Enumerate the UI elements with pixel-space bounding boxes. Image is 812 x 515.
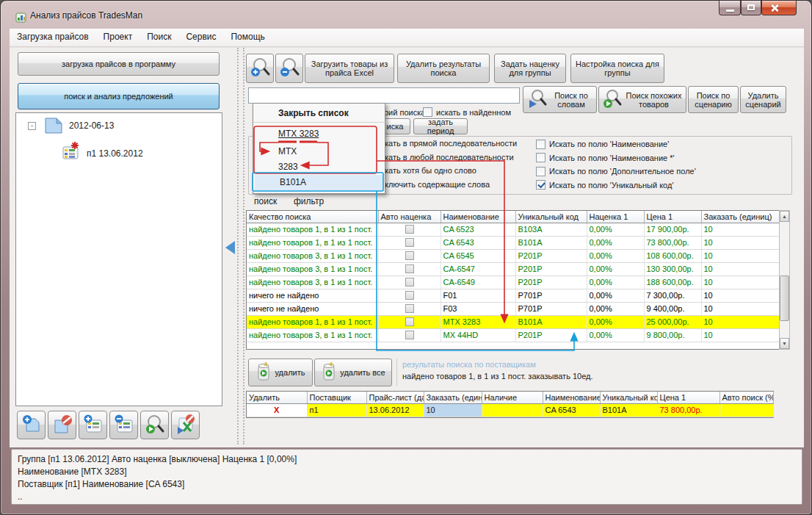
supplier-column-header[interactable]: Цена 1: [657, 392, 719, 403]
auto-markup-checkbox[interactable]: [405, 291, 414, 300]
result-row[interactable]: найдено товаров 1, в 1 из 1 пост. CA 652…: [247, 223, 779, 236]
result-row[interactable]: найдено товаров 3, в 1 из 1 пост. MX 44H…: [247, 328, 779, 342]
zoom-out-button[interactable]: [275, 54, 303, 83]
search-input[interactable]: [248, 87, 520, 104]
auto-markup-checkbox[interactable]: [405, 278, 414, 287]
supplier-column-header[interactable]: Авто поиск (%: [719, 392, 773, 403]
auto-markup-checkbox[interactable]: [405, 317, 414, 326]
search-scenario-button[interactable]: Поиск по сценарию: [688, 86, 739, 113]
load-excel-button[interactable]: Загрузить товары из прайса Excel: [305, 54, 394, 83]
collapse-panel-arrow-icon[interactable]: [225, 241, 235, 254]
tree-group-label[interactable]: 2012-06-13: [69, 120, 114, 131]
panel-splitter[interactable]: [237, 48, 244, 444]
supplier-results-summary: найдено товаров 1, в 1 из 1 пост. заказы…: [402, 372, 593, 381]
maximize-button[interactable]: [741, 1, 761, 15]
column-header[interactable]: Уникальный код: [515, 211, 587, 223]
search-field-option[interactable]: Искать по полю 'Уникальный код': [536, 180, 786, 190]
result-row[interactable]: найдено товаров 1, в 1 из 1 пост. MTX 32…: [247, 315, 779, 328]
supplier-row[interactable]: X п1 13.06.2012 10 CA 6543 B101A 73 800,…: [247, 403, 773, 417]
search-mode-option-label[interactable]: ключить содержащие слова: [385, 180, 546, 189]
scroll-thumb[interactable]: [780, 275, 789, 321]
history-item[interactable]: MTX 3283: [278, 129, 319, 139]
add-pricelist-button[interactable]: [79, 411, 107, 439]
field-checkbox[interactable]: [536, 167, 545, 176]
close-button[interactable]: [761, 1, 797, 15]
magnifier-play-icon: [144, 414, 166, 437]
auto-markup-checkbox[interactable]: [405, 304, 414, 313]
add-group-button[interactable]: [17, 411, 46, 439]
column-header[interactable]: Заказать (единиц): [701, 211, 779, 223]
field-checkbox[interactable]: [536, 140, 545, 149]
auto-markup-checkbox[interactable]: [405, 331, 414, 339]
result-row[interactable]: найдено товаров 3, в 1 из 1 пост. CA-654…: [247, 275, 779, 289]
column-header[interactable]: Наценка 1: [587, 211, 644, 223]
supplier-column-header[interactable]: Поставщик: [307, 392, 366, 403]
minimize-button[interactable]: [719, 1, 741, 15]
delete-result-button[interactable]: удалить: [248, 359, 313, 386]
search-mode-option-label[interactable]: кать в любой последовательности: [385, 153, 546, 162]
result-row[interactable]: ничего не найдено F01 P701P 0,00% 7 300,…: [247, 289, 779, 302]
supplier-column-header[interactable]: Прайс-лист (да: [366, 392, 424, 403]
search-mode-option-label[interactable]: кать в прямой последовательности: [385, 139, 546, 148]
supplier-column-header[interactable]: Наименование: [543, 392, 600, 403]
menu-item[interactable]: Помощь: [223, 29, 272, 42]
field-checkbox[interactable]: [536, 180, 545, 190]
column-header[interactable]: Качество поиска: [247, 211, 378, 223]
magnifier-minus-icon: [278, 57, 300, 80]
set-period-button[interactable]: задать период: [413, 118, 468, 134]
search-field-option[interactable]: Искать по полю 'Наименование': [536, 139, 786, 149]
zoom-in-button[interactable]: [246, 54, 274, 83]
supplier-column-header[interactable]: Заказать (един: [424, 392, 482, 403]
supplier-column-header[interactable]: Уникальный ко: [600, 392, 657, 403]
column-header[interactable]: Авто наценка: [378, 211, 441, 223]
search-similar-button[interactable]: Поиск похожих товаров: [598, 86, 686, 113]
menu-item[interactable]: Загрузка прайсов: [10, 29, 96, 42]
history-item[interactable]: 3283: [278, 162, 298, 172]
history-item[interactable]: MTX: [278, 146, 297, 156]
clear-results-button[interactable]: Удалить результаты поиска: [397, 54, 490, 83]
history-item-selected[interactable]: B101A: [255, 175, 384, 192]
close-list-item[interactable]: Закрыть список: [253, 104, 385, 118]
search-field-option[interactable]: Искать по полю 'Наименование *': [536, 153, 786, 163]
delete-mark[interactable]: X: [247, 403, 307, 417]
column-header[interactable]: Цена 1: [644, 211, 701, 223]
search-by-words-button[interactable]: Поиск по словам: [523, 86, 597, 113]
scroll-up-icon[interactable]: ▲: [780, 211, 789, 222]
supplier-column-header[interactable]: Наличие: [482, 392, 543, 403]
search-results-table: Качество поискаАвто наценкаНаименованиеУ…: [246, 210, 780, 350]
search-field-option[interactable]: Искать по полю 'Дополнительное поле': [536, 166, 786, 176]
delete-group-button[interactable]: [48, 411, 76, 439]
run-search-button[interactable]: [140, 411, 169, 439]
tab-search[interactable]: поиск: [254, 196, 277, 206]
delete-scenario-button[interactable]: Удалить сценарий: [740, 86, 786, 113]
result-row[interactable]: найдено товаров 3, в 1 из 1 пост. CA-654…: [247, 262, 779, 275]
app-icon: [15, 12, 27, 25]
set-markup-button[interactable]: Задать наценку для группы: [494, 54, 566, 83]
tab-filter[interactable]: фильтр: [294, 196, 324, 206]
menu-item[interactable]: Проект: [96, 29, 140, 42]
search-in-found-checkbox[interactable]: [423, 107, 432, 117]
menu-item[interactable]: Поиск: [139, 29, 178, 42]
auto-markup-checkbox[interactable]: [405, 264, 414, 273]
results-scrollbar[interactable]: ▲ ▼: [779, 210, 790, 350]
result-row[interactable]: найдено товаров 1, в 1 из 1 пост. CA 654…: [247, 236, 779, 249]
supplier-column-header[interactable]: Удалить: [247, 392, 307, 403]
menu-item[interactable]: Сервис: [178, 29, 223, 42]
column-header[interactable]: Наименование: [441, 211, 515, 223]
tree-expander-icon[interactable]: -: [28, 122, 36, 130]
field-checkbox[interactable]: [536, 153, 545, 162]
tree-pricelist-label[interactable]: п1 13.06.2012: [87, 148, 143, 159]
delete-all-results-button[interactable]: удалить все: [314, 359, 392, 386]
cancel-excel-search-button[interactable]: [171, 411, 200, 439]
auto-markup-checkbox[interactable]: [405, 251, 414, 260]
search-mode-option-label[interactable]: кать хотя бы одно слово: [385, 166, 546, 175]
auto-markup-checkbox[interactable]: [405, 238, 414, 247]
auto-markup-checkbox[interactable]: [405, 225, 414, 234]
group-search-settings-button[interactable]: Настройка поиска для группы: [570, 54, 664, 83]
nav-load-pricelists-button[interactable]: загрузка прайсов в программу: [18, 52, 220, 76]
result-row[interactable]: ничего не найдено F03 P701P 0,00% 9 400,…: [247, 302, 779, 315]
result-row[interactable]: найдено товаров 3, в 1 из 1 пост. CA 654…: [247, 249, 779, 262]
nav-search-analysis-button[interactable]: поиск и анализ предложений: [18, 83, 220, 109]
scroll-down-icon[interactable]: ▼: [780, 338, 789, 349]
delete-pricelist-button[interactable]: [109, 411, 138, 439]
